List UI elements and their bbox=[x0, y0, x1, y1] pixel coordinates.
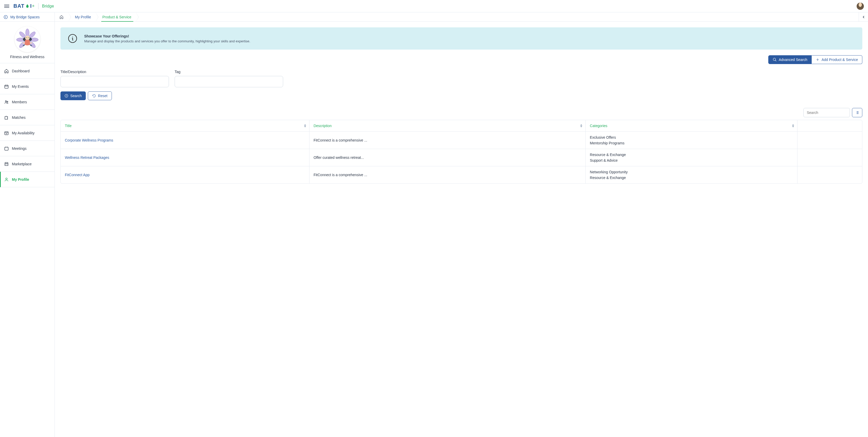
title-filter-label: Title/Description bbox=[60, 70, 169, 74]
svg-point-18 bbox=[6, 178, 7, 180]
product-title-link[interactable]: FitConnect App bbox=[65, 173, 90, 177]
arrow-circle-icon bbox=[65, 94, 68, 98]
advanced-search-button[interactable]: Advanced Search bbox=[768, 55, 812, 64]
table-row: FitConnect App FitConnect is a comprehen… bbox=[61, 166, 862, 183]
table-row: Wellness Retreat Packages Offer curated … bbox=[61, 149, 862, 166]
logo-suffix: I bbox=[30, 3, 32, 9]
page-actions: Advanced Search Add Product & Service bbox=[60, 55, 862, 64]
button-label: Search bbox=[70, 94, 82, 98]
sidebar-item-my-profile[interactable]: My Profile bbox=[0, 172, 55, 187]
sort-icon bbox=[792, 124, 794, 128]
col-header-title[interactable]: Title bbox=[61, 120, 309, 132]
calendar-icon bbox=[4, 146, 9, 151]
title-filter-input[interactable] bbox=[60, 76, 169, 87]
category-value: Resource & Exchange bbox=[590, 153, 793, 157]
svg-point-15 bbox=[7, 101, 8, 102]
sidebar-item-label: My Events bbox=[12, 85, 29, 89]
sidebar-item-availability[interactable]: My Availability bbox=[0, 125, 55, 141]
row-actions-cell bbox=[798, 166, 862, 183]
svg-rect-16 bbox=[5, 131, 8, 134]
banner-text: Manage and display the products and serv… bbox=[84, 39, 250, 43]
plus-icon bbox=[816, 58, 819, 61]
table-row: Corporate Wellness Programs FitConnect i… bbox=[61, 132, 862, 149]
category-value: Exclusive Offers bbox=[590, 135, 793, 139]
button-label: Reset bbox=[98, 94, 107, 98]
sidebar-item-dashboard[interactable]: Dashboard bbox=[0, 63, 55, 79]
product-description: Offer curated wellness retreat... bbox=[314, 155, 364, 160]
sidebar-item-members[interactable]: Members bbox=[0, 94, 55, 110]
product-title-link[interactable]: Wellness Retreat Packages bbox=[65, 155, 109, 160]
svg-point-10 bbox=[28, 37, 28, 38]
breadcrumb-current[interactable]: Product & Service bbox=[96, 12, 136, 22]
sidebar: My Bridge Spaces bbox=[0, 12, 55, 437]
svg-point-8 bbox=[25, 36, 30, 40]
collapse-panel-button[interactable] bbox=[859, 12, 868, 22]
sidebar-item-meetings[interactable]: Meetings bbox=[0, 141, 55, 156]
svg-rect-17 bbox=[5, 147, 8, 150]
store-icon bbox=[4, 162, 9, 166]
filter-form: Title/Description Tag bbox=[60, 70, 862, 87]
breadcrumb-label: Product & Service bbox=[102, 15, 131, 19]
product-categories: Exclusive Offers Mentorship Programs bbox=[590, 135, 793, 145]
svg-point-20 bbox=[773, 58, 776, 60]
profile-avatar[interactable] bbox=[14, 26, 40, 52]
col-header-categories[interactable]: Categories bbox=[586, 120, 798, 132]
breadcrumb-home[interactable] bbox=[55, 12, 68, 22]
puzzle-icon bbox=[4, 115, 9, 120]
chevron-left-icon bbox=[862, 15, 865, 19]
sidebar-item-events[interactable]: My Events bbox=[0, 79, 55, 94]
sidebar-item-label: Matches bbox=[12, 116, 26, 120]
profile-name: Fitness and Wellness bbox=[3, 55, 52, 59]
banner-title: Showcase Your Offerings! bbox=[84, 34, 250, 38]
col-header-description[interactable]: Description bbox=[309, 120, 586, 132]
menu-toggle[interactable] bbox=[4, 4, 9, 9]
users-icon bbox=[4, 100, 9, 104]
products-table: Title Description bbox=[60, 120, 862, 184]
product-title-link[interactable]: Corporate Wellness Programs bbox=[65, 138, 113, 142]
category-value: Resource & Exchange bbox=[590, 176, 793, 180]
svg-point-12 bbox=[30, 42, 32, 43]
list-icon bbox=[855, 111, 859, 115]
product-categories: Resource & Exchange Support & Advice bbox=[590, 153, 793, 162]
col-header-label: Categories bbox=[590, 124, 607, 128]
main-content: My Profile Product & Service Showcase Y bbox=[55, 12, 868, 437]
my-bridge-spaces-link[interactable]: My Bridge Spaces bbox=[0, 12, 55, 22]
sidebar-item-matches[interactable]: Matches bbox=[0, 110, 55, 125]
registered-icon: ® bbox=[32, 5, 34, 7]
search-button[interactable]: Search bbox=[60, 91, 86, 100]
calendar-icon bbox=[4, 84, 9, 89]
refresh-icon bbox=[92, 94, 96, 98]
user-avatar[interactable] bbox=[857, 3, 864, 10]
tag-filter-input[interactable] bbox=[175, 76, 283, 87]
button-label: Advanced Search bbox=[779, 58, 808, 62]
sidebar-item-label: Marketplace bbox=[12, 162, 32, 166]
sidebar-item-label: Members bbox=[12, 100, 27, 104]
reset-button[interactable]: Reset bbox=[88, 91, 112, 100]
sidebar-top-label: My Bridge Spaces bbox=[10, 15, 40, 19]
sort-icon bbox=[580, 124, 582, 128]
row-actions-cell bbox=[798, 149, 862, 166]
sort-icon bbox=[304, 124, 306, 128]
back-circle-icon bbox=[4, 15, 8, 19]
sidebar-item-label: My Profile bbox=[12, 178, 29, 182]
info-banner: Showcase Your Offerings! Manage and disp… bbox=[60, 27, 862, 50]
category-value: Networking Opportunity bbox=[590, 170, 793, 174]
svg-point-14 bbox=[5, 100, 7, 102]
add-product-button[interactable]: Add Product & Service bbox=[812, 55, 862, 64]
logo[interactable]: BAT I ® bbox=[13, 3, 35, 9]
sidebar-item-label: My Availability bbox=[12, 131, 35, 135]
svg-point-11 bbox=[23, 42, 25, 43]
breadcrumb-my-profile[interactable]: My Profile bbox=[68, 12, 96, 22]
app-name[interactable]: Bridge bbox=[42, 4, 54, 8]
row-actions-cell bbox=[798, 132, 862, 149]
divider bbox=[38, 3, 38, 9]
view-toggle-button[interactable] bbox=[852, 108, 862, 117]
svg-point-9 bbox=[26, 37, 27, 38]
house-icon bbox=[59, 15, 64, 19]
table-search-input[interactable] bbox=[803, 108, 850, 117]
product-description: FitConnect is a comprehensive ... bbox=[314, 173, 367, 177]
button-label: Add Product & Service bbox=[822, 58, 858, 62]
product-description: FitConnect is a comprehensive ... bbox=[314, 138, 367, 142]
sidebar-item-marketplace[interactable]: Marketplace bbox=[0, 156, 55, 172]
svg-rect-13 bbox=[5, 85, 8, 88]
